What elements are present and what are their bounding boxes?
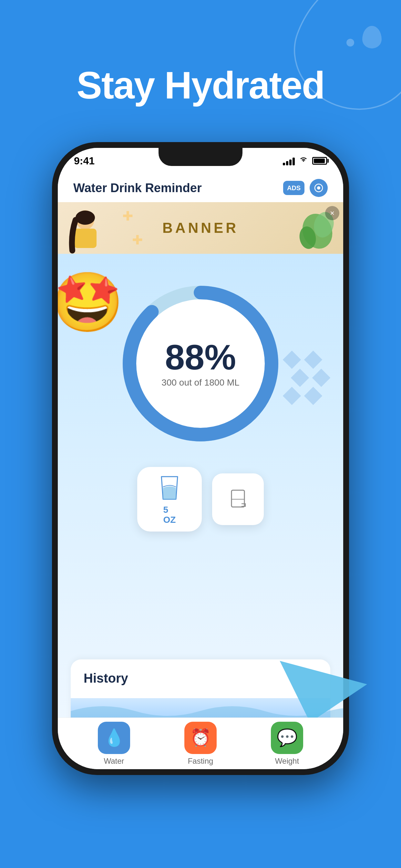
tab-bar: 💧 Water ⏰ Fasting 💬 Weight: [58, 717, 343, 769]
svg-point-1: [317, 186, 320, 190]
battery-icon: [312, 157, 327, 165]
emoji-mascot: 🤩: [58, 273, 122, 344]
weight-tab-icon: 💬: [271, 722, 303, 754]
primary-drink-button[interactable]: 5OZ: [137, 467, 202, 531]
svg-rect-3: [74, 228, 96, 248]
water-tab-label: Water: [104, 756, 124, 766]
bg-dot-decoration: [346, 39, 354, 46]
settings-button[interactable]: [310, 179, 328, 197]
history-title: History: [84, 671, 128, 685]
drink-buttons-row: 5OZ: [58, 467, 343, 531]
ring-center-content: 88% 300 out of 1800 ML: [161, 339, 239, 388]
status-time: 9:41: [74, 155, 95, 167]
water-tab-icon: 💧: [98, 722, 130, 754]
banner-plus-icon: ✚: [122, 209, 133, 223]
page-title: Stay Hydrated: [0, 65, 401, 106]
ads-button[interactable]: ADS: [283, 181, 305, 195]
app-header: Water Drink Reminder ADS: [58, 174, 343, 202]
progress-subtitle: 300 out of 1800 ML: [161, 377, 239, 388]
banner-ad[interactable]: BANNER ✚ ✚ ×: [58, 202, 343, 254]
banner-text: BANNER: [162, 220, 239, 236]
fasting-tab-label: Fasting: [188, 756, 213, 766]
main-content: 🤩: [58, 254, 343, 724]
custom-drink-icon: [227, 488, 248, 511]
status-icons: [283, 156, 327, 166]
tab-weight[interactable]: 💬 Weight: [271, 722, 303, 766]
phone-notch: [158, 148, 243, 166]
bg-drop-decoration: [278, 0, 401, 127]
signal-icon: [283, 156, 295, 165]
phone-mockup: 9:41: [52, 142, 349, 814]
banner-close-button[interactable]: ×: [325, 206, 339, 220]
secondary-drink-button[interactable]: [212, 473, 264, 525]
svg-rect-23: [232, 490, 244, 507]
water-glass-icon: [157, 473, 182, 502]
progress-percent: 88%: [165, 339, 236, 375]
weight-tab-label: Weight: [275, 756, 299, 766]
wifi-icon: [299, 156, 308, 166]
app-title: Water Drink Reminder: [73, 181, 202, 195]
tab-fasting[interactable]: ⏰ Fasting: [184, 722, 217, 766]
fasting-tab-icon: ⏰: [184, 722, 217, 754]
banner-plus-icon-2: ✚: [132, 232, 143, 247]
header-icons: ADS: [283, 179, 328, 197]
drink-oz-label: 5OZ: [163, 505, 176, 525]
svg-point-4: [75, 211, 95, 225]
banner-girl-illustration: [64, 209, 106, 254]
tab-water[interactable]: 💧 Water: [98, 722, 130, 766]
